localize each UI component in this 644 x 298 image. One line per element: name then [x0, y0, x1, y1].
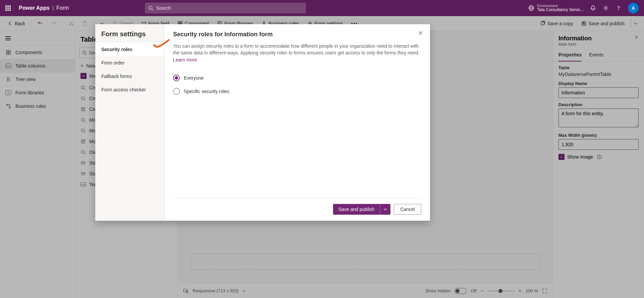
breadcrumb: Power Apps | Form — [16, 5, 69, 11]
bell-icon — [590, 5, 596, 11]
radio-everyone-label: Everyone — [184, 75, 204, 81]
modal-description: You can assign security roles to a form … — [173, 43, 421, 63]
modal-cancel-button[interactable]: Cancel — [394, 204, 421, 215]
page-name: Form — [56, 5, 69, 11]
environment-name: Tata Consultancy Servic... — [537, 8, 584, 12]
search-input[interactable] — [156, 5, 303, 11]
modal-title: Form settings — [95, 24, 164, 43]
modal-save-publish-chevron[interactable] — [380, 204, 390, 215]
svg-point-5 — [605, 7, 607, 9]
modal-nav: Form settings Security rolesForm orderFa… — [95, 24, 164, 221]
modal-nav-fallback-forms[interactable]: Fallback forms — [95, 70, 164, 83]
globe-icon — [528, 5, 534, 11]
chevron-down-icon — [383, 207, 387, 211]
modal-footer: Save and publish Cancel — [173, 198, 421, 215]
modal-nav-form-access-checker[interactable]: Form access checker — [95, 83, 164, 96]
environment-text: Environment Tata Consultancy Servic... — [537, 4, 584, 12]
svg-point-6 — [618, 9, 619, 10]
help-icon — [615, 5, 622, 11]
form-settings-modal: Form settings Security rolesForm orderFa… — [95, 24, 430, 221]
environment-label: Environment — [537, 4, 584, 8]
radio-unchecked-icon — [173, 88, 180, 95]
learn-more-link[interactable]: Learn more — [173, 57, 197, 62]
modal-nav-form-order[interactable]: Form order — [95, 56, 164, 70]
svg-line-1 — [152, 9, 153, 10]
radio-checked-icon — [173, 75, 180, 81]
header-right: Environment Tata Consultancy Servic... A — [528, 3, 644, 13]
radio-everyone[interactable]: Everyone — [173, 75, 421, 81]
modal-content: Security roles for Information form You … — [164, 24, 430, 221]
search-icon — [148, 5, 153, 11]
app-launcher-button[interactable] — [0, 0, 16, 16]
radio-specific-label: Specific security roles — [184, 89, 229, 94]
modal-save-publish-button[interactable]: Save and publish — [333, 204, 380, 215]
modal-nav-security-roles[interactable]: Security roles — [95, 43, 164, 56]
environment-picker[interactable]: Environment Tata Consultancy Servic... — [528, 4, 584, 12]
breadcrumb-separator: | — [52, 5, 54, 11]
svg-point-0 — [149, 6, 152, 9]
radio-specific[interactable]: Specific security roles — [173, 88, 421, 95]
modal-desc-text: You can assign security roles to a form … — [173, 43, 419, 55]
user-avatar[interactable]: A — [628, 3, 639, 13]
modal-heading: Security roles for Information form — [173, 31, 421, 38]
settings-button[interactable] — [602, 5, 609, 11]
waffle-icon — [5, 5, 11, 11]
gear-icon — [603, 5, 609, 11]
search-box[interactable] — [145, 3, 306, 13]
help-button[interactable] — [615, 5, 622, 11]
close-icon — [418, 30, 423, 36]
app-header: Power Apps | Form Environment Tata Consu… — [0, 0, 644, 16]
modal-close-button[interactable] — [418, 30, 423, 36]
notifications-button[interactable] — [590, 5, 596, 11]
global-search — [145, 3, 306, 13]
brand-name[interactable]: Power Apps — [19, 5, 50, 11]
